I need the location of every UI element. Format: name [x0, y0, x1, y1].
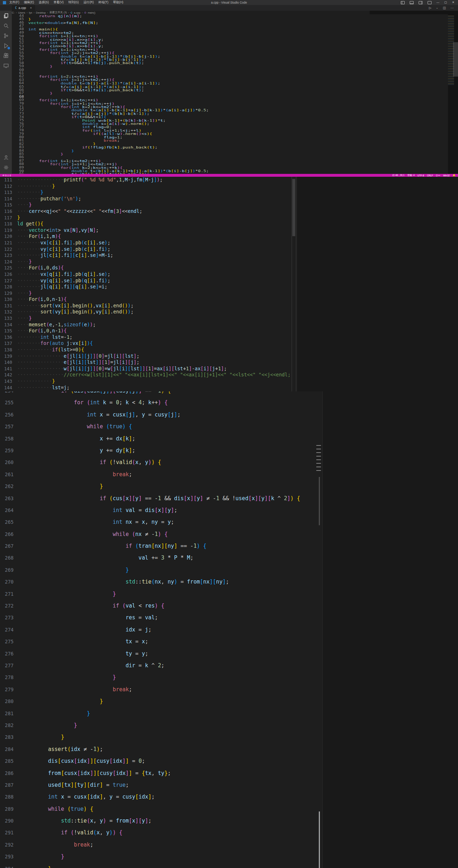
status-item[interactable]: CRLF — [427, 174, 433, 177]
line-number: 265 — [0, 516, 14, 528]
line-number: 294 — [0, 863, 14, 868]
breadcrumb-item[interactable]: Desktop — [36, 11, 46, 14]
run-button[interactable]: ▷ — [429, 6, 432, 10]
status-item[interactable]: UTF-8 — [418, 174, 424, 177]
breadcrumb-item[interactable]: C: — [12, 11, 15, 14]
line-number: 269 — [0, 564, 14, 576]
code-text: } — [14, 863, 51, 868]
code-text: ····cerr<<qj<<" "<<zzzzz<<" "<<fm[3]<<en… — [12, 208, 142, 215]
run-debug-icon[interactable] — [0, 41, 12, 51]
close-icon[interactable]: × — [30, 6, 32, 10]
explorer-icon[interactable] — [0, 11, 12, 21]
code-line: 59 } — [12, 65, 448, 68]
scrollbar-thumb[interactable] — [319, 477, 320, 525]
editor-pane-top[interactable]: 44 return qj[n][m];45}46vector<double>fa… — [12, 14, 448, 174]
scrollbar-thumb[interactable] — [453, 42, 458, 77]
menu-item[interactable]: 运行(R) — [83, 0, 94, 5]
breadcrumb-item[interactable]: a.cpp — [74, 11, 80, 14]
line-number: 268 — [0, 552, 14, 564]
restore-button[interactable]: ▢ — [444, 1, 447, 4]
menu-item[interactable]: 文件(F) — [9, 0, 19, 5]
breadcrumb-item[interactable]: 新建文件夹 (3) — [49, 11, 67, 14]
run-dropdown-icon[interactable]: ⌄ — [436, 6, 438, 9]
code-text: break; — [14, 469, 132, 481]
line-number: 281 — [0, 708, 14, 720]
problems-indicator[interactable]: ⊘ 0 △ 0 — [3, 174, 11, 177]
status-item[interactable]: C++ — [436, 174, 440, 177]
code-text: ····For(i,0,n-1){ — [12, 296, 67, 303]
line-number: 124 — [0, 259, 12, 265]
line-number: 113 — [0, 189, 12, 196]
code-text: std::tie(x, y) = from[x][y]; — [14, 815, 151, 827]
line-number: 273 — [0, 612, 14, 624]
menu-item[interactable]: 终端(T) — [98, 0, 108, 5]
toggle-sidebar-icon[interactable] — [401, 1, 405, 4]
customize-layout-icon[interactable] — [428, 1, 432, 4]
extensions-icon[interactable] — [0, 51, 12, 61]
code-text: } — [14, 851, 64, 863]
code-text: ····memset(e,-1,sizeof(e)); — [12, 322, 96, 328]
tab-a-cpp[interactable]: C a.cpp × — [12, 5, 35, 11]
line-number: 112 — [0, 183, 12, 190]
breadcrumb-item[interactable]: Users — [18, 11, 25, 14]
split-editor-icon[interactable]: ◫ — [443, 6, 446, 10]
line-number: 288 — [0, 791, 14, 803]
code-text: ········jl[c[i].fi][c[i].se]=M-i; — [12, 252, 113, 259]
code-text: break; — [14, 684, 132, 696]
toggle-panel-icon[interactable] — [410, 1, 414, 4]
code-text: } — [14, 588, 116, 600]
code-text: ····For(i,0,ds){ — [12, 265, 64, 271]
code-text: if (cus[x][y] == -1 && dis[x][y] ≠ -1 &&… — [14, 493, 300, 504]
line-number: 139 — [0, 353, 12, 360]
tabbar-spacer — [0, 5, 12, 11]
line-number: 131 — [0, 303, 12, 309]
cpp-file-icon: C — [15, 6, 17, 10]
toggle-secondary-sidebar-icon[interactable] — [419, 1, 423, 4]
menu-item[interactable]: 查看(V) — [54, 0, 64, 5]
line-number: 127 — [0, 278, 12, 284]
line-number: 290 — [0, 815, 14, 827]
menu-item[interactable]: 编辑(E) — [24, 0, 34, 5]
line-number: 293 — [0, 851, 14, 863]
code-text: } — [14, 708, 90, 720]
breadcrumb-item[interactable]: main() — [88, 11, 95, 14]
more-actions-icon[interactable]: ··· — [450, 6, 454, 10]
line-number: 274 — [0, 624, 14, 636]
code-text: } — [28, 92, 53, 95]
minimize-button[interactable]: — — [437, 1, 439, 4]
line-number: 283 — [0, 731, 14, 743]
code-text: x += dx[k]; — [14, 433, 135, 445]
code-line: 84 } — [12, 149, 448, 152]
status-item[interactable]: Win32 — [443, 174, 449, 177]
source-control-icon[interactable] — [0, 31, 12, 41]
remote-explorer-icon[interactable] — [0, 61, 12, 71]
code-text: ld get(){ — [12, 221, 43, 227]
line-number: 50 — [12, 35, 28, 38]
account-icon[interactable] — [0, 152, 12, 162]
debug-badge — [8, 47, 10, 49]
settings-gear-icon[interactable] — [0, 162, 12, 172]
breadcrumb[interactable]: C:›Users›lyx›Desktop›新建文件夹 (3)›Ca.cpp›◎m… — [12, 11, 370, 14]
window-controls: — ▢ ✕ — [401, 1, 458, 4]
minimap[interactable] — [316, 445, 321, 473]
notifications-bell-icon[interactable]: 🔔 — [453, 174, 455, 177]
menu-item[interactable]: 帮助(H) — [113, 0, 123, 5]
menu-item[interactable]: 选择(S) — [39, 0, 49, 5]
scrollbar-thumb[interactable] — [292, 179, 295, 236]
code-text: assert(idx ≠ -1); — [14, 743, 103, 755]
code-text: while (true) { — [14, 421, 132, 433]
menu-item[interactable]: 转到(G) — [68, 0, 79, 5]
line-number: 123 — [0, 252, 12, 259]
breadcrumb-item[interactable]: lyx — [29, 11, 32, 14]
line-number: 272 — [0, 600, 14, 612]
code-text: ············} — [12, 183, 55, 190]
scrollbar-thumb[interactable] — [319, 811, 320, 868]
code-text: } — [14, 481, 103, 492]
line-number: 291 — [0, 827, 14, 839]
line-number: 266 — [0, 528, 14, 540]
search-icon[interactable] — [0, 21, 12, 31]
line-number: 257 — [0, 421, 14, 433]
close-button[interactable]: ✕ — [452, 1, 454, 4]
line-number: 130 — [0, 296, 12, 303]
breadcrumb-separator: › — [68, 11, 69, 14]
